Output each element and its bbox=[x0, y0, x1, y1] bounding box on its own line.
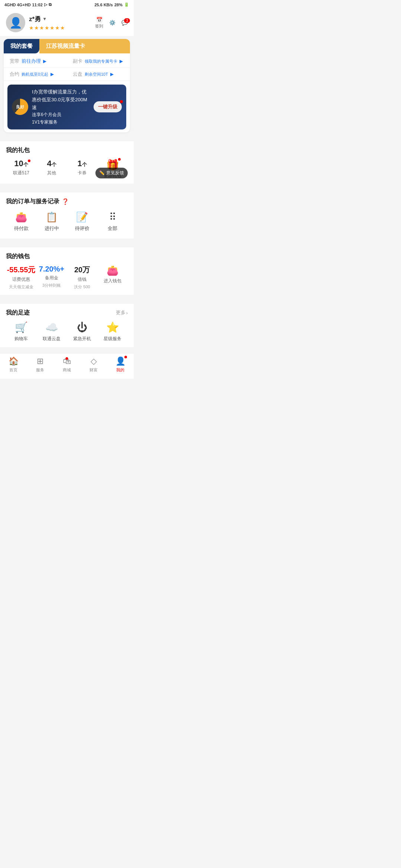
plan-item-contract[interactable]: 合约 购机低至0元起 ▶ bbox=[4, 68, 67, 81]
footprint-item-emergency[interactable]: ⏻ 紧急开机 bbox=[67, 321, 97, 342]
wallet-loan-label: 借钱 bbox=[78, 276, 87, 283]
wallet-discount-value: -55.55元 bbox=[7, 265, 36, 275]
order-item-pending-pay[interactable]: 👛 待付款 bbox=[6, 210, 36, 233]
wallet-backup-label: 备用金 bbox=[45, 275, 58, 281]
more-link[interactable]: 更多 › bbox=[116, 309, 128, 316]
star-icon: ⭐ bbox=[106, 321, 119, 333]
wallet-item-backup[interactable]: 7.20%+ 备用金 3分钟到账 bbox=[36, 265, 67, 290]
gift-section: 我的礼包 10个 联通517 4个 其他 1个 卡券 🎁 bbox=[0, 141, 134, 184]
stars: ★★★★★★★ bbox=[29, 25, 65, 31]
battery-icon: 🔋 bbox=[124, 2, 129, 7]
username-text: z*勇 bbox=[29, 15, 41, 23]
cloud-icon: ☁️ bbox=[45, 321, 58, 333]
emergency-label: 紧急开机 bbox=[73, 336, 91, 342]
wallet-discount-label: 话费优惠 bbox=[12, 276, 30, 283]
gift-title-text: 我的礼包 bbox=[6, 147, 30, 154]
plan-label-broadband: 宽带 bbox=[10, 58, 19, 65]
order-item-pending-review[interactable]: 📝 待评价 bbox=[67, 210, 97, 233]
arrow-icon-4: ▶ bbox=[110, 72, 114, 77]
plan-value-subcard: 领取我的专属号卡 bbox=[85, 59, 117, 64]
nav-wealth[interactable]: ◇ 财富 bbox=[80, 356, 107, 373]
plan-tab-myplan[interactable]: 我的套餐 bbox=[4, 39, 39, 53]
footprint-item-star[interactable]: ⭐ 星级服务 bbox=[97, 321, 128, 342]
username-row[interactable]: z*勇 ▼ bbox=[29, 15, 65, 23]
status-right: 25.6 KB/s 28% 🔋 bbox=[94, 2, 129, 7]
star-label: 星级服务 bbox=[104, 336, 121, 342]
signin-button[interactable]: 📅 签到 bbox=[95, 17, 103, 29]
gift-count-coupon: 1个 bbox=[77, 159, 87, 168]
gift-count-517: 10个 bbox=[14, 159, 28, 168]
gift-item-517[interactable]: 10个 联通517 bbox=[6, 159, 36, 179]
gift-item-other[interactable]: 4个 其他 bbox=[36, 159, 67, 179]
nav-mine[interactable]: 👤 我的 bbox=[107, 356, 134, 373]
order-item-all[interactable]: ⠿ 全部 bbox=[97, 210, 128, 233]
footprint-grid: 🛒 购物车 ☁️ 联通云盘 ⏻ 紧急开机 ⭐ 星级服务 bbox=[6, 321, 128, 342]
banner-text: I办宽带缓解流量压力，优惠价低至30.0元享受200M速 连享6个月会员 1V1… bbox=[32, 88, 90, 126]
gear-icon: ⚙️ bbox=[109, 20, 115, 26]
wallet-item-discount[interactable]: -55.55元 话费优惠 天天领立减金 bbox=[6, 265, 36, 290]
signal-text: 4GHD 4G+HD bbox=[4, 3, 31, 7]
avatar[interactable]: 👤 bbox=[6, 13, 25, 32]
nav-home[interactable]: 🏠 首页 bbox=[0, 356, 27, 373]
footprint-title-text: 我的足迹 bbox=[6, 309, 30, 317]
feedback-icon: ✏️ bbox=[99, 170, 105, 175]
pending-review-label: 待评价 bbox=[75, 225, 89, 232]
arrow-icon: ▶ bbox=[43, 59, 46, 64]
header-icons: 📅 签到 ⚙️ 💬 3 bbox=[95, 17, 128, 29]
help-icon[interactable]: ❓ bbox=[62, 198, 69, 205]
pending-review-icon: 📝 bbox=[76, 211, 88, 223]
wallet-backup-sub: 3分钟到账 bbox=[42, 283, 61, 288]
banner-sub2: 1V1专家服务 bbox=[32, 119, 90, 126]
service-icon: ⊞ bbox=[37, 356, 43, 366]
status-left: 4GHD 4G+HD 11:02 ▷ ⧉ bbox=[4, 2, 52, 7]
cart-icon: 🛒 bbox=[15, 321, 28, 333]
feedback-bubble[interactable]: ✏️ 意见反馈 bbox=[95, 168, 128, 178]
plan-tab-jiangsu[interactable]: 江苏视频流量卡 bbox=[39, 39, 130, 53]
wallet-enter-label: 进入钱包 bbox=[104, 278, 121, 284]
gift-label-517: 联通517 bbox=[13, 170, 29, 176]
nav-home-label: 首页 bbox=[9, 367, 17, 373]
plan-item-broadband[interactable]: 宽带 前往办理 ▶ bbox=[4, 55, 67, 68]
messages-button[interactable]: 💬 3 bbox=[121, 20, 128, 26]
wallet-title: 我的钱包 bbox=[6, 253, 128, 260]
wallet-item-enter[interactable]: 👛 进入钱包 bbox=[97, 265, 128, 290]
upgrade-dot bbox=[120, 100, 123, 103]
user-info: z*勇 ▼ ★★★★★★★ bbox=[29, 15, 65, 31]
gift-item-coupon[interactable]: 1个 卡券 bbox=[67, 159, 97, 179]
footprint-section: 我的足迹 更多 › 🛒 购物车 ☁️ 联通云盘 ⏻ 紧急开机 ⭐ 星级服务 bbox=[0, 304, 134, 347]
wallet-item-loan[interactable]: 20万 借钱 沃分 500 bbox=[67, 265, 97, 290]
plan-item-cloud[interactable]: 云盘 剩余空间10T ▶ bbox=[67, 68, 130, 81]
feedback-label: 意见反馈 bbox=[106, 170, 124, 176]
plan-item-subcard[interactable]: 副卡 领取我的专属号卡 ▶ bbox=[67, 55, 130, 68]
pending-pay-icon: 👛 bbox=[15, 211, 27, 223]
gift-count-other: 4个 bbox=[47, 159, 56, 168]
plan-label-cloud: 云盘 bbox=[73, 71, 82, 78]
wallet-section: 我的钱包 -55.55元 话费优惠 天天领立减金 7.20%+ 备用金 3分钟到… bbox=[0, 247, 134, 295]
orders-title: 我的订单与服务记录 ❓ bbox=[6, 198, 128, 206]
footprint-title: 我的足迹 bbox=[6, 309, 30, 317]
battery-text: 28% bbox=[114, 3, 123, 7]
plan-value-contract: 购机低至0元起 bbox=[22, 72, 48, 77]
footprint-item-cloud[interactable]: ☁️ 联通云盘 bbox=[36, 321, 67, 342]
plan-label-contract: 合约 bbox=[10, 71, 19, 78]
pending-pay-label: 待付款 bbox=[14, 225, 29, 232]
nav-shop-label: 商城 bbox=[63, 367, 71, 373]
settings-button[interactable]: ⚙️ bbox=[109, 20, 115, 26]
data-speed: 25.6 KB/s bbox=[94, 3, 113, 7]
bottom-nav: 🏠 首页 ⊞ 服务 🛍 商城 ◇ 财富 👤 我的 bbox=[0, 353, 134, 379]
arrow-icon-3: ▶ bbox=[50, 72, 54, 77]
upgrade-button[interactable]: 一键升级 bbox=[94, 101, 122, 112]
nav-service[interactable]: ⊞ 服务 bbox=[27, 356, 53, 373]
more-text: 更多 bbox=[116, 309, 125, 316]
all-orders-label: 全部 bbox=[108, 225, 117, 232]
footprint-item-cart[interactable]: 🛒 购物车 bbox=[6, 321, 36, 342]
emergency-icon: ⏻ bbox=[77, 321, 87, 333]
nav-mine-label: 我的 bbox=[116, 367, 124, 373]
nav-service-label: 服务 bbox=[36, 367, 44, 373]
all-orders-icon: ⠿ bbox=[109, 211, 116, 223]
order-item-in-progress[interactable]: 📋 进行中 bbox=[36, 210, 67, 233]
nav-shop[interactable]: 🛍 商城 bbox=[53, 356, 80, 373]
in-progress-icon: 📋 bbox=[46, 211, 58, 223]
cloud-label: 联通云盘 bbox=[43, 336, 61, 342]
wallet-loan-sub: 沃分 500 bbox=[74, 284, 90, 290]
